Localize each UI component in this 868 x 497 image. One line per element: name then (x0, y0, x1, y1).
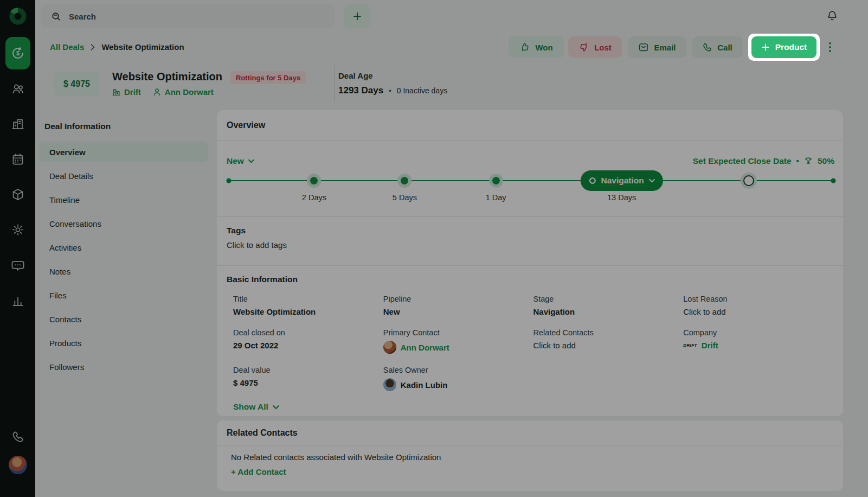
product-label: Product (775, 42, 807, 52)
product-button-spotlight: Product (748, 34, 820, 61)
plus-icon (761, 43, 770, 52)
dim-overlay (0, 0, 868, 497)
add-product-button[interactable]: Product (751, 36, 816, 58)
